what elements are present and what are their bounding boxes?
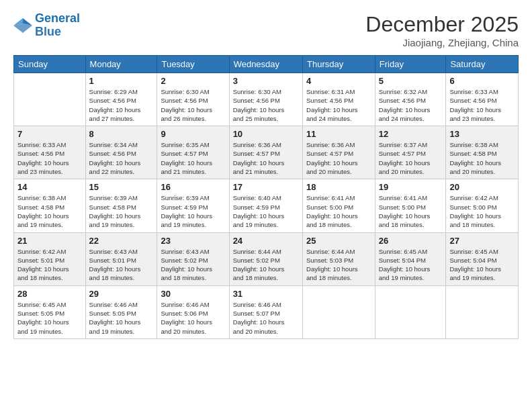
day-info: Sunrise: 6:39 AMSunset: 4:59 PMDaylight:… [161, 193, 225, 229]
day-number: 12 [379, 129, 443, 139]
day-number: 28 [17, 289, 82, 299]
header: General Blue December 2025 Jiaojiang, Zh… [13, 12, 519, 48]
day-info: Sunrise: 6:45 AMSunset: 5:04 PMDaylight:… [379, 247, 443, 283]
day-number: 25 [306, 236, 371, 246]
day-info: Sunrise: 6:41 AMSunset: 5:00 PMDaylight:… [306, 193, 371, 229]
day-info: Sunrise: 6:45 AMSunset: 5:04 PMDaylight:… [449, 247, 515, 283]
logo-text-line1: General [35, 12, 80, 26]
page: General Blue December 2025 Jiaojiang, Zh… [0, 0, 532, 346]
table-row: 31Sunrise: 6:46 AMSunset: 5:07 PMDayligh… [229, 285, 302, 338]
col-wednesday: Wednesday [229, 56, 302, 73]
table-row: 7Sunrise: 6:33 AMSunset: 4:56 PMDaylight… [14, 126, 86, 179]
day-number: 13 [449, 129, 515, 139]
day-number: 31 [233, 289, 299, 299]
day-info: Sunrise: 6:46 AMSunset: 5:07 PMDaylight:… [233, 300, 299, 336]
col-saturday: Saturday [446, 56, 519, 73]
calendar-week-row: 21Sunrise: 6:42 AMSunset: 5:01 PMDayligh… [14, 232, 519, 285]
day-number: 23 [161, 236, 225, 246]
day-number: 18 [306, 182, 371, 192]
day-info: Sunrise: 6:38 AMSunset: 4:58 PMDaylight:… [449, 140, 515, 176]
table-row: 3Sunrise: 6:30 AMSunset: 4:56 PMDaylight… [229, 73, 302, 126]
table-row: 6Sunrise: 6:33 AMSunset: 4:56 PMDaylight… [446, 73, 519, 126]
table-row: 29Sunrise: 6:46 AMSunset: 5:05 PMDayligh… [85, 285, 157, 338]
calendar-week-row: 28Sunrise: 6:45 AMSunset: 5:05 PMDayligh… [14, 285, 519, 338]
day-info: Sunrise: 6:35 AMSunset: 4:57 PMDaylight:… [161, 140, 225, 176]
col-tuesday: Tuesday [157, 56, 229, 73]
day-info: Sunrise: 6:46 AMSunset: 5:05 PMDaylight:… [89, 300, 154, 336]
day-number: 14 [17, 182, 82, 192]
day-number: 17 [233, 182, 299, 192]
day-info: Sunrise: 6:46 AMSunset: 5:06 PMDaylight:… [161, 300, 225, 336]
day-info: Sunrise: 6:36 AMSunset: 4:57 PMDaylight:… [233, 140, 299, 176]
day-info: Sunrise: 6:39 AMSunset: 4:58 PMDaylight:… [89, 193, 154, 229]
day-number: 2 [161, 76, 225, 86]
table-row: 22Sunrise: 6:43 AMSunset: 5:01 PMDayligh… [85, 232, 157, 285]
day-info: Sunrise: 6:30 AMSunset: 4:56 PMDaylight:… [233, 87, 299, 123]
table-row [303, 285, 375, 338]
day-number: 24 [233, 236, 299, 246]
calendar-table: Sunday Monday Tuesday Wednesday Thursday… [13, 55, 519, 339]
table-row [446, 285, 519, 338]
calendar-header-row: Sunday Monday Tuesday Wednesday Thursday… [14, 56, 519, 73]
day-number: 27 [449, 236, 515, 246]
calendar-title: December 2025 [365, 12, 519, 37]
table-row: 11Sunrise: 6:36 AMSunset: 4:57 PMDayligh… [303, 126, 375, 179]
table-row: 12Sunrise: 6:37 AMSunset: 4:57 PMDayligh… [375, 126, 446, 179]
day-info: Sunrise: 6:44 AMSunset: 5:03 PMDaylight:… [306, 247, 371, 283]
table-row: 30Sunrise: 6:46 AMSunset: 5:06 PMDayligh… [157, 285, 229, 338]
day-number: 8 [89, 129, 154, 139]
table-row: 27Sunrise: 6:45 AMSunset: 5:04 PMDayligh… [446, 232, 519, 285]
table-row: 2Sunrise: 6:30 AMSunset: 4:56 PMDaylight… [157, 73, 229, 126]
day-number: 4 [306, 76, 371, 86]
table-row: 23Sunrise: 6:43 AMSunset: 5:02 PMDayligh… [157, 232, 229, 285]
day-info: Sunrise: 6:45 AMSunset: 5:05 PMDaylight:… [17, 300, 82, 336]
table-row: 20Sunrise: 6:42 AMSunset: 5:00 PMDayligh… [446, 179, 519, 232]
table-row: 10Sunrise: 6:36 AMSunset: 4:57 PMDayligh… [229, 126, 302, 179]
table-row [375, 285, 446, 338]
table-row: 1Sunrise: 6:29 AMSunset: 4:56 PMDaylight… [85, 73, 157, 126]
table-row: 25Sunrise: 6:44 AMSunset: 5:03 PMDayligh… [303, 232, 375, 285]
day-info: Sunrise: 6:36 AMSunset: 4:57 PMDaylight:… [306, 140, 371, 176]
table-row: 16Sunrise: 6:39 AMSunset: 4:59 PMDayligh… [157, 179, 229, 232]
table-row: 21Sunrise: 6:42 AMSunset: 5:01 PMDayligh… [14, 232, 86, 285]
day-number: 9 [161, 129, 225, 139]
day-info: Sunrise: 6:32 AMSunset: 4:56 PMDaylight:… [379, 87, 443, 123]
table-row: 26Sunrise: 6:45 AMSunset: 5:04 PMDayligh… [375, 232, 446, 285]
logo-icon [13, 16, 32, 35]
table-row: 14Sunrise: 6:38 AMSunset: 4:58 PMDayligh… [14, 179, 86, 232]
table-row: 28Sunrise: 6:45 AMSunset: 5:05 PMDayligh… [14, 285, 86, 338]
day-info: Sunrise: 6:40 AMSunset: 4:59 PMDaylight:… [233, 193, 299, 229]
day-info: Sunrise: 6:44 AMSunset: 5:02 PMDaylight:… [233, 247, 299, 283]
day-info: Sunrise: 6:34 AMSunset: 4:56 PMDaylight:… [89, 140, 154, 176]
calendar-week-row: 7Sunrise: 6:33 AMSunset: 4:56 PMDaylight… [14, 126, 519, 179]
table-row: 19Sunrise: 6:41 AMSunset: 5:00 PMDayligh… [375, 179, 446, 232]
table-row: 4Sunrise: 6:31 AMSunset: 4:56 PMDaylight… [303, 73, 375, 126]
col-monday: Monday [85, 56, 157, 73]
calendar-subtitle: Jiaojiang, Zhejiang, China [365, 37, 519, 48]
day-info: Sunrise: 6:43 AMSunset: 5:01 PMDaylight:… [89, 247, 154, 283]
day-info: Sunrise: 6:42 AMSunset: 5:00 PMDaylight:… [449, 193, 515, 229]
day-number: 16 [161, 182, 225, 192]
day-number: 11 [306, 129, 371, 139]
day-number: 1 [89, 76, 154, 86]
table-row: 13Sunrise: 6:38 AMSunset: 4:58 PMDayligh… [446, 126, 519, 179]
logo-text-line2: Blue [35, 26, 80, 39]
day-number: 20 [449, 182, 515, 192]
day-number: 3 [233, 76, 299, 86]
day-number: 6 [449, 76, 515, 86]
table-row: 17Sunrise: 6:40 AMSunset: 4:59 PMDayligh… [229, 179, 302, 232]
col-friday: Friday [375, 56, 446, 73]
logo: General Blue [13, 12, 80, 39]
col-sunday: Sunday [14, 56, 86, 73]
title-block: December 2025 Jiaojiang, Zhejiang, China [365, 12, 519, 48]
day-number: 29 [89, 289, 154, 299]
table-row: 24Sunrise: 6:44 AMSunset: 5:02 PMDayligh… [229, 232, 302, 285]
day-info: Sunrise: 6:37 AMSunset: 4:57 PMDaylight:… [379, 140, 443, 176]
day-number: 19 [379, 182, 443, 192]
day-number: 26 [379, 236, 443, 246]
table-row: 9Sunrise: 6:35 AMSunset: 4:57 PMDaylight… [157, 126, 229, 179]
day-number: 22 [89, 236, 154, 246]
day-number: 15 [89, 182, 154, 192]
table-row [14, 73, 86, 126]
table-row: 8Sunrise: 6:34 AMSunset: 4:56 PMDaylight… [85, 126, 157, 179]
